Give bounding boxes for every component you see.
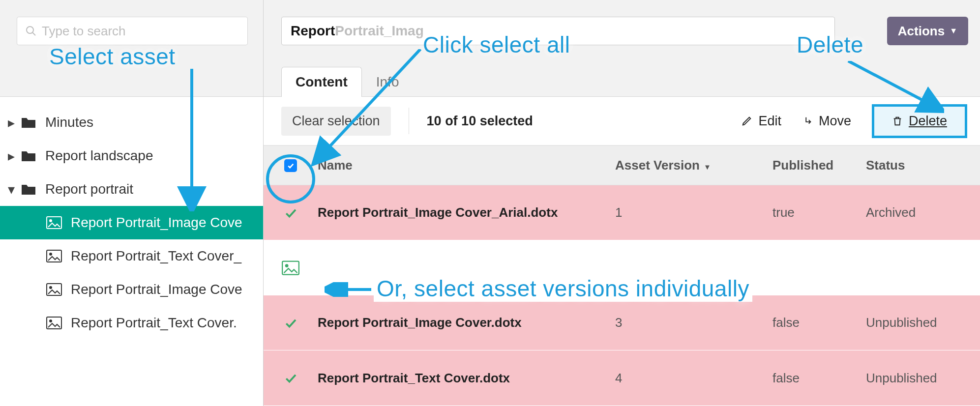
- actions-label: Actions: [898, 24, 945, 39]
- table-parent-row[interactable]: [264, 240, 980, 295]
- check-icon: [287, 162, 295, 170]
- row-check-cell[interactable]: [264, 205, 318, 220]
- column-header-name[interactable]: Name: [318, 158, 615, 173]
- row-version: 1: [615, 205, 772, 220]
- tree-label: Minutes: [45, 115, 93, 130]
- table-row[interactable]: Report Portrait_Image Cover.dotx 3 false…: [264, 295, 980, 350]
- row-name: Report Portrait_Image Cover_Arial.dotx: [318, 205, 615, 220]
- svg-point-5: [49, 253, 52, 256]
- table-body: Report Portrait_Image Cover_Arial.dotx 1…: [264, 185, 980, 406]
- row-published: false: [772, 315, 866, 330]
- move-label: Move: [819, 114, 851, 129]
- row-name: Report Portrait_Text Cover.dotx: [318, 371, 615, 386]
- image-asset-icon: [46, 283, 62, 296]
- tree-label: Report Portrait_Image Cove: [71, 282, 242, 297]
- column-label: Published: [772, 158, 833, 173]
- row-version: 3: [615, 315, 772, 330]
- move-button[interactable]: Move: [802, 114, 851, 129]
- search-wrap: Type to search: [0, 0, 263, 97]
- column-label: Status: [866, 158, 905, 173]
- check-icon: [283, 205, 298, 220]
- caret-right-icon[interactable]: ▸: [7, 148, 16, 164]
- search-input[interactable]: Type to search: [17, 17, 248, 45]
- row-published: true: [772, 205, 866, 220]
- tree-label: Report Portrait_Image Cove: [71, 215, 242, 231]
- row-check-cell[interactable]: [264, 371, 318, 385]
- svg-point-9: [49, 319, 52, 322]
- folder-tree: ▸ Minutes ▸ Report landscape ▾ Report po…: [0, 97, 263, 340]
- main-header: Report Portrait_Imag Actions ▼ Content I…: [264, 0, 980, 97]
- row-status: Unpublished: [866, 315, 980, 330]
- check-icon: [283, 316, 298, 330]
- search-icon: [25, 25, 37, 37]
- tab-info[interactable]: Info: [362, 67, 414, 97]
- trash-icon: [892, 115, 903, 127]
- tree-item-report-landscape[interactable]: ▸ Report landscape: [0, 139, 263, 173]
- folder-icon: [21, 116, 36, 129]
- row-check-cell[interactable]: [264, 316, 318, 330]
- select-all-checkbox[interactable]: [284, 159, 297, 172]
- folder-icon: [21, 183, 36, 196]
- tree-item-asset[interactable]: Report Portrait_Image Cove: [0, 206, 263, 239]
- column-header-published[interactable]: Published: [772, 158, 866, 173]
- row-published: false: [772, 371, 866, 386]
- asset-title-input[interactable]: Report Portrait_Imag: [281, 17, 835, 45]
- tree-item-asset[interactable]: Report Portrait_Text Cover_: [0, 239, 263, 273]
- select-all-cell: [264, 159, 318, 172]
- row-icon-cell: [264, 261, 318, 275]
- tree-label: Report landscape: [45, 148, 153, 164]
- title-text: Report: [291, 23, 335, 39]
- tree-item-minutes[interactable]: ▸ Minutes: [0, 106, 263, 139]
- table-header: Name Asset Version▼ Published Status: [264, 146, 980, 185]
- row-name: Report Portrait_Image Cover.dotx: [318, 315, 615, 330]
- title-suggestion: Portrait_Imag: [335, 23, 424, 39]
- pencil-icon: [742, 116, 752, 126]
- tree-label: Report Portrait_Text Cover.: [71, 315, 237, 331]
- svg-point-3: [49, 219, 52, 222]
- sidebar: Type to search ▸ Minutes ▸ Report landsc…: [0, 0, 264, 406]
- svg-point-7: [49, 286, 52, 289]
- row-status: Archived: [866, 205, 980, 220]
- tree-item-report-portrait[interactable]: ▾ Report portrait: [0, 173, 263, 206]
- sort-desc-icon: ▼: [704, 163, 711, 171]
- clear-selection-button[interactable]: Clear selection: [281, 107, 391, 136]
- delete-label: Delete: [909, 114, 947, 129]
- caret-right-icon[interactable]: ▸: [7, 115, 16, 131]
- tab-label: Info: [376, 74, 399, 90]
- column-label: Name: [318, 158, 353, 173]
- main-panel: Report Portrait_Imag Actions ▼ Content I…: [264, 0, 980, 406]
- tree-label: Report Portrait_Text Cover_: [71, 248, 241, 264]
- tree-item-asset[interactable]: Report Portrait_Text Cover.: [0, 306, 263, 340]
- folder-icon: [21, 149, 36, 162]
- row-status: Unpublished: [866, 371, 980, 386]
- tree-item-asset[interactable]: Report Portrait_Image Cove: [0, 273, 263, 306]
- move-icon: [802, 116, 813, 126]
- edit-button[interactable]: Edit: [742, 114, 781, 129]
- svg-point-11: [285, 264, 289, 267]
- caret-down-icon: ▼: [950, 27, 957, 35]
- tab-label: Content: [296, 74, 348, 90]
- column-header-status[interactable]: Status: [866, 158, 980, 173]
- search-placeholder: Type to search: [42, 24, 126, 39]
- row-version: 4: [615, 371, 772, 386]
- caret-down-icon[interactable]: ▾: [7, 181, 16, 198]
- table-row[interactable]: Report Portrait_Text Cover.dotx 4 false …: [264, 350, 980, 406]
- tab-content[interactable]: Content: [281, 67, 362, 97]
- table-row[interactable]: Report Portrait_Image Cover_Arial.dotx 1…: [264, 185, 980, 240]
- svg-point-0: [27, 27, 33, 33]
- column-label: Asset Version: [615, 158, 700, 173]
- tab-bar: Content Info: [281, 67, 413, 97]
- actions-dropdown-button[interactable]: Actions ▼: [887, 17, 968, 45]
- image-asset-icon: [46, 250, 62, 262]
- check-icon: [283, 371, 298, 385]
- edit-label: Edit: [758, 114, 781, 129]
- clear-selection-label: Clear selection: [292, 114, 380, 128]
- image-asset-icon: [46, 216, 62, 229]
- image-asset-icon: [282, 261, 299, 275]
- delete-button[interactable]: Delete: [872, 104, 967, 138]
- selection-count: 10 of 10 selected: [427, 114, 533, 129]
- tree-label: Report portrait: [45, 181, 133, 197]
- svg-line-1: [33, 33, 36, 36]
- column-header-version[interactable]: Asset Version▼: [615, 158, 772, 173]
- selection-toolbar: Clear selection 10 of 10 selected Edit M…: [264, 97, 980, 146]
